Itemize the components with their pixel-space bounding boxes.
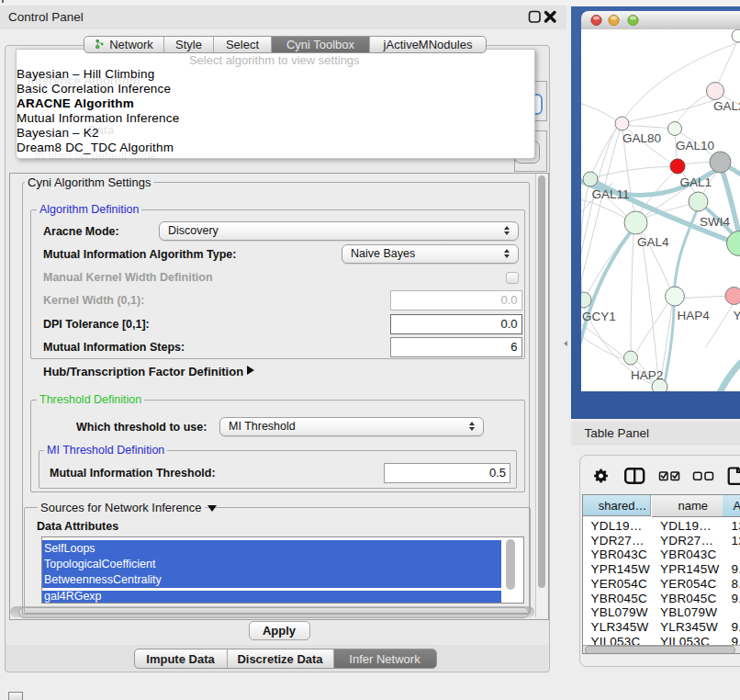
svg-text:GAL2: GAL2 bbox=[713, 98, 740, 112]
svg-text:Y: Y bbox=[734, 308, 740, 322]
svg-text:SWI4: SWI4 bbox=[700, 215, 730, 229]
svg-text:GAL80: GAL80 bbox=[622, 131, 661, 145]
svg-text:GAL11: GAL11 bbox=[592, 187, 630, 201]
svg-text:HAP4: HAP4 bbox=[678, 308, 711, 322]
svg-text:GAL1: GAL1 bbox=[680, 175, 712, 189]
svg-text:GAL4: GAL4 bbox=[637, 235, 669, 249]
svg-text:HAP2: HAP2 bbox=[631, 367, 663, 381]
svg-text:GCY1: GCY1 bbox=[582, 310, 616, 323]
svg-text:GAL10: GAL10 bbox=[676, 138, 714, 152]
